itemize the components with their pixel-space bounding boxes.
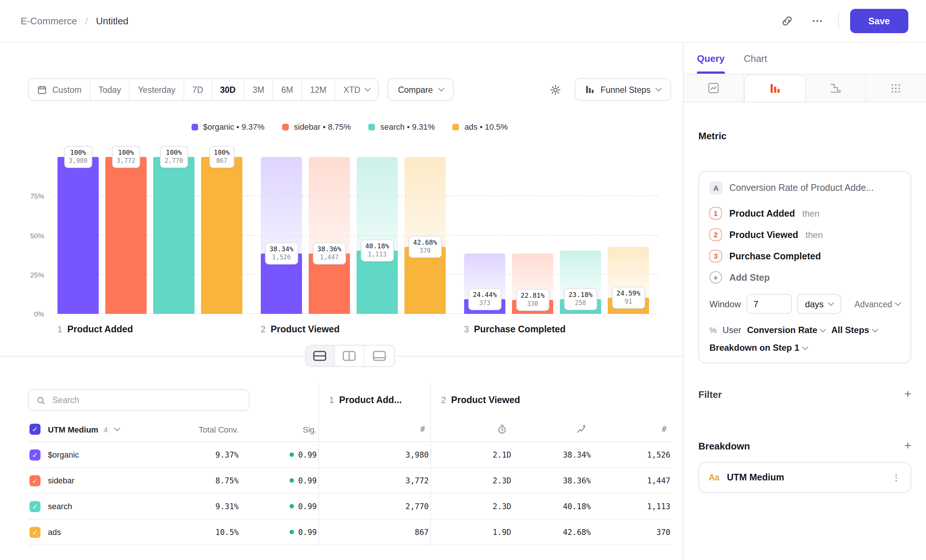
group-count: 4 [103, 425, 108, 434]
date-range-custom[interactable]: Custom [29, 79, 90, 100]
funnel-step-group: 38.34%1,52638.36%1,44740.18%1,11342.68%3… [261, 157, 446, 314]
group-column-label[interactable]: UTM Medium [48, 425, 98, 434]
settings-gear-icon[interactable] [545, 79, 566, 100]
bar-value-callout: 100%2,770 [160, 146, 188, 168]
row-checkbox[interactable]: ✓ [29, 501, 41, 512]
callout-count: 1,526 [269, 254, 293, 261]
step2-count-cell: 1,113 [592, 494, 672, 519]
funnel-bar-organic[interactable]: 38.34%1,526 [261, 157, 302, 314]
funnel-bar-ads[interactable]: 42.68%370 [404, 157, 446, 314]
metric-steps: 1Product Addedthen2Product Viewedthen3Pu… [710, 203, 900, 267]
funnel-bar-ads[interactable]: 24.59%91 [608, 157, 649, 314]
funnel-bar-search[interactable]: 40.18%1,113 [357, 157, 398, 314]
kebab-menu-icon[interactable] [891, 473, 901, 482]
metric-step[interactable]: 2Product Viewedthen [710, 224, 900, 245]
funnel-bar-sidebar[interactable]: 38.36%1,447 [309, 157, 350, 314]
add-step-button[interactable]: + Add Step [710, 267, 900, 288]
breakdown-card[interactable]: Aa UTM Medium [698, 462, 911, 493]
date-range-12m[interactable]: 12M [302, 79, 336, 100]
table-step1-header[interactable]: 1 Product Add... [318, 383, 430, 417]
step2-time-column-header[interactable] [430, 417, 513, 441]
table-step2-header[interactable]: 2 Product Viewed [430, 383, 672, 417]
tab-funnels-icon[interactable] [744, 74, 806, 102]
chevron-down-icon [828, 300, 834, 306]
date-range-xtd[interactable]: XTD [335, 79, 378, 100]
legend-item[interactable]: $organic • 9.37% [191, 122, 265, 131]
advanced-label: Advanced [855, 300, 892, 308]
sig-column-header[interactable]: Sig. [240, 417, 318, 441]
hash-icon: # [420, 424, 425, 434]
funnel-bar-sidebar[interactable]: 100%3,772 [105, 157, 147, 314]
breakdown-table: 1 Product Add... 2 Product Viewed ✓ UTM … [28, 383, 672, 545]
measure-dropdown[interactable]: Conversion Rate [747, 325, 825, 335]
legend-item[interactable]: ads • 10.5% [453, 122, 508, 131]
measure-entity[interactable]: User [723, 325, 741, 335]
sig-dot-icon [289, 453, 294, 457]
step2-count-column-header[interactable]: # [592, 417, 672, 441]
compare-button[interactable]: Compare [387, 78, 454, 101]
date-range-6m[interactable]: 6M [273, 79, 302, 100]
step2-rate-column-header[interactable] [513, 417, 592, 441]
callout-percent: 23.18% [568, 291, 592, 298]
search-box[interactable] [28, 389, 250, 411]
view-split-horizontal-button[interactable] [306, 345, 335, 366]
time-to-convert-icon [496, 424, 508, 435]
row-name: $organic [48, 450, 79, 459]
funnel-bar-search[interactable]: 23.18%258 [560, 157, 601, 314]
steps-scope-dropdown[interactable]: All Steps [831, 325, 878, 335]
tab-retention-icon[interactable] [806, 74, 866, 102]
date-range-30d[interactable]: 30D [212, 79, 245, 100]
funnel-bar-ads[interactable]: 100%867 [201, 157, 242, 314]
tab-flows-icon[interactable] [866, 74, 926, 102]
save-button[interactable]: Save [850, 9, 908, 33]
search-input[interactable] [52, 396, 242, 404]
date-range-label: Yesterday [138, 85, 176, 94]
add-filter-button[interactable]: + [904, 388, 911, 400]
metric-step[interactable]: 3Purchase Completed [710, 245, 900, 267]
funnel-bar-organic[interactable]: 24.44%373 [464, 157, 505, 314]
date-range-today[interactable]: Today [90, 79, 130, 100]
window-value-input[interactable] [746, 294, 791, 314]
funnel-bar-sidebar[interactable]: 22.81%330 [512, 157, 553, 314]
view-bottom-panel-button[interactable] [364, 345, 394, 366]
table-row[interactable]: ✓search9.31%0.992,7702.3D40.18%1,113 [28, 494, 672, 519]
date-range-7d[interactable]: 7D [184, 79, 212, 100]
total-conv-column-header[interactable]: Total Conv. [157, 417, 240, 441]
step-number-badge: 2 [710, 229, 722, 241]
topbar: E-Commerce / Untitled Save [0, 0, 926, 43]
row-checkbox[interactable]: ✓ [29, 475, 41, 486]
metric-title-row[interactable]: A Conversion Rate of Product Adde... [710, 181, 900, 195]
breadcrumb-project[interactable]: E-Commerce [21, 15, 77, 27]
step1-count-column-header[interactable]: # [318, 417, 430, 441]
funnel-bar-search[interactable]: 100%2,770 [153, 157, 194, 314]
chart-type-button[interactable]: Funnel Steps [575, 78, 671, 101]
tab-query[interactable]: Query [697, 43, 725, 74]
window-unit-select[interactable]: days [797, 294, 841, 314]
legend-item[interactable]: search • 9.31% [369, 122, 435, 131]
funnel-bar-converted-region [57, 157, 99, 314]
tab-chart[interactable]: Chart [744, 43, 767, 74]
chevron-down-icon[interactable] [114, 425, 120, 431]
row-checkbox[interactable]: ✓ [29, 527, 41, 537]
breadcrumb-report-title[interactable]: Untitled [96, 15, 128, 27]
sig-value: 0.99 [298, 502, 317, 511]
tab-insights-icon[interactable] [684, 74, 744, 102]
more-menu-icon[interactable] [808, 11, 827, 30]
view-split-vertical-button[interactable] [335, 345, 364, 366]
funnel-bar-organic[interactable]: 100%3,980 [57, 157, 99, 314]
table-row[interactable]: ✓sidebar8.75%0.993,7722.3D38.36%1,447 [28, 468, 672, 494]
date-range-yesterday[interactable]: Yesterday [130, 79, 184, 100]
chevron-down-icon [872, 326, 878, 332]
table-row[interactable]: ✓$organic9.37%0.993,9802.1D38.34%1,526 [28, 442, 672, 468]
breakdown-on-dropdown[interactable]: Breakdown on Step 1 [710, 343, 807, 353]
row-checkbox[interactable]: ✓ [29, 449, 41, 460]
table-row[interactable]: ✓ads10.5%0.998671.9D42.68%370 [28, 519, 672, 545]
share-link-icon[interactable] [778, 11, 797, 30]
breakdown-heading: Breakdown [698, 440, 750, 451]
select-all-checkbox[interactable]: ✓ [29, 424, 41, 435]
advanced-toggle[interactable]: Advanced [855, 300, 900, 308]
add-breakdown-button[interactable]: + [904, 440, 911, 452]
date-range-3m[interactable]: 3M [245, 79, 273, 100]
metric-step[interactable]: 1Product Addedthen [710, 203, 900, 224]
legend-item[interactable]: sidebar • 8.75% [282, 122, 351, 131]
